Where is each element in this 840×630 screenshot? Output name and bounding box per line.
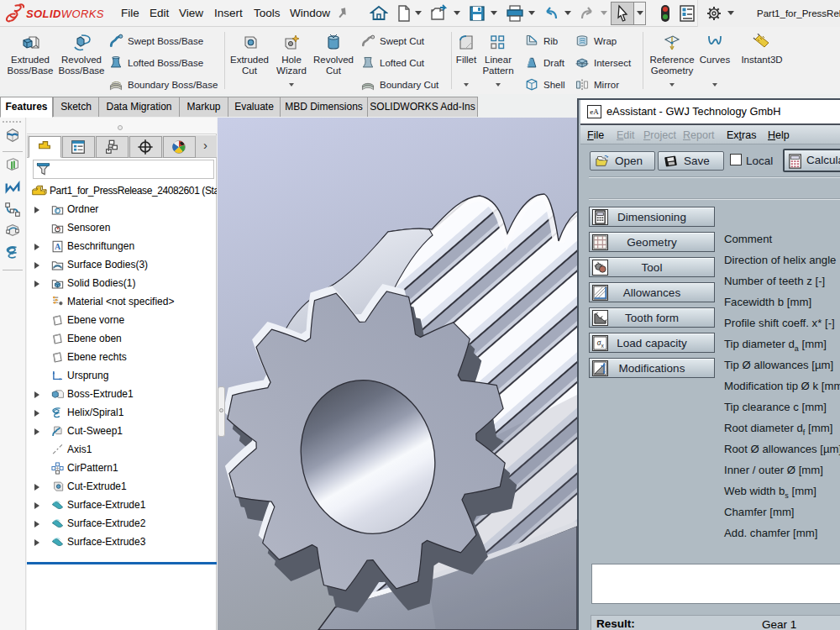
svg-text:A: A	[55, 242, 61, 251]
